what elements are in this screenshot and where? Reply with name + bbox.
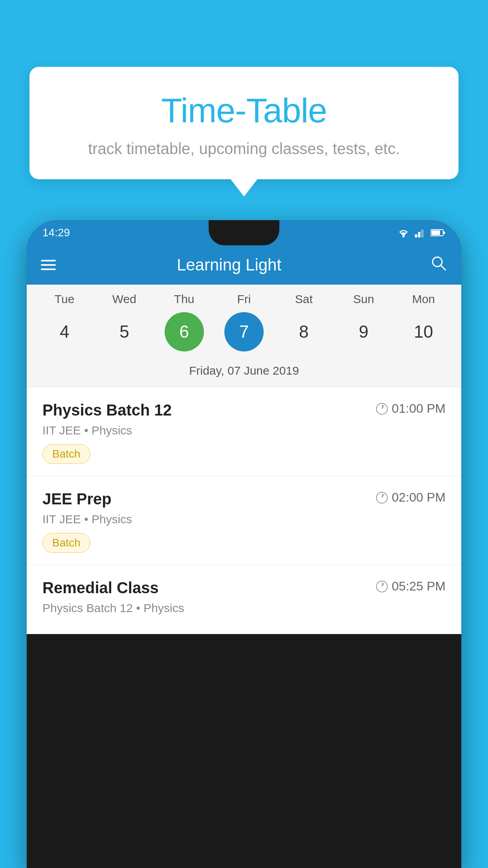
date-7-selected[interactable]: 7 (224, 312, 264, 351)
svg-point-0 (402, 235, 405, 237)
search-button[interactable] (430, 254, 447, 276)
tooltip-card: Time-Table track timetable, upcoming cla… (29, 67, 459, 179)
class-time: 05:25 PM (376, 579, 446, 594)
date-8[interactable]: 8 (284, 312, 323, 351)
day-sat: Sat (284, 292, 323, 306)
class-meta: IIT JEE • Physics (42, 424, 446, 437)
svg-rect-6 (444, 232, 445, 234)
inner-screen: 14:29 (27, 220, 461, 634)
class-time: 02:00 PM (376, 490, 446, 505)
svg-rect-3 (421, 230, 424, 237)
day-tue: Tue (45, 292, 84, 306)
class-item-header: Physics Batch 12 01:00 PM (42, 401, 446, 419)
clock-icon (376, 492, 388, 504)
tooltip-title: Time-Table (49, 90, 439, 131)
class-item-header: Remedial Class 05:25 PM (42, 579, 446, 597)
clock-icon (376, 581, 388, 592)
clock-icon (376, 403, 388, 415)
class-time: 01:00 PM (376, 401, 446, 416)
status-bar: 14:29 (27, 220, 461, 245)
day-wed: Wed (105, 292, 144, 306)
date-10[interactable]: 10 (404, 312, 443, 351)
status-icons (397, 228, 446, 238)
svg-rect-1 (415, 234, 417, 237)
batch-badge: Batch (42, 533, 90, 553)
class-meta: Physics Batch 12 • Physics (42, 601, 446, 615)
calendar-dates: 4 5 6 7 8 9 10 (27, 312, 461, 351)
battery-icon (431, 229, 446, 237)
calendar-strip: Tue Wed Thu Fri Sat Sun Mon 4 5 6 7 8 9 … (27, 285, 461, 387)
time-value: 02:00 PM (392, 490, 446, 505)
day-fri: Fri (224, 292, 264, 306)
class-name: Physics Batch 12 (42, 401, 172, 419)
class-item-physics-batch-12[interactable]: Physics Batch 12 01:00 PM IIT JEE • Phys… (27, 387, 461, 476)
app-title: Learning Light (68, 256, 417, 274)
class-item-remedial[interactable]: Remedial Class 05:25 PM Physics Batch 12… (27, 565, 461, 634)
class-item-jee-prep[interactable]: JEE Prep 02:00 PM IIT JEE • Physics Batc… (27, 476, 461, 565)
app-bar: Learning Light (27, 245, 461, 285)
date-4[interactable]: 4 (45, 312, 84, 351)
class-name: JEE Prep (42, 490, 112, 508)
date-5[interactable]: 5 (105, 312, 144, 351)
day-mon: Mon (404, 292, 443, 306)
class-name: Remedial Class (42, 579, 159, 597)
calendar-days-header: Tue Wed Thu Fri Sat Sun Mon (27, 292, 461, 306)
class-item-header: JEE Prep 02:00 PM (42, 490, 446, 508)
selected-date-label: Friday, 07 June 2019 (27, 358, 461, 387)
day-sun: Sun (344, 292, 383, 306)
svg-rect-5 (431, 230, 440, 235)
date-9[interactable]: 9 (344, 312, 383, 351)
tooltip-subtitle: track timetable, upcoming classes, tests… (49, 140, 439, 158)
batch-badge: Batch (42, 444, 90, 464)
day-thu: Thu (165, 292, 204, 306)
signal-icon (415, 228, 426, 237)
phone-frame: 14:29 (27, 220, 461, 868)
svg-rect-2 (418, 232, 420, 237)
svg-line-8 (441, 265, 446, 270)
time-value: 05:25 PM (392, 579, 446, 594)
class-meta: IIT JEE • Physics (42, 513, 446, 526)
classes-list: Physics Batch 12 01:00 PM IIT JEE • Phys… (27, 387, 461, 634)
wifi-icon (397, 228, 410, 238)
date-6-today[interactable]: 6 (165, 312, 204, 351)
hamburger-menu-button[interactable] (41, 260, 56, 270)
status-time: 14:29 (42, 226, 70, 239)
time-value: 01:00 PM (392, 401, 446, 416)
